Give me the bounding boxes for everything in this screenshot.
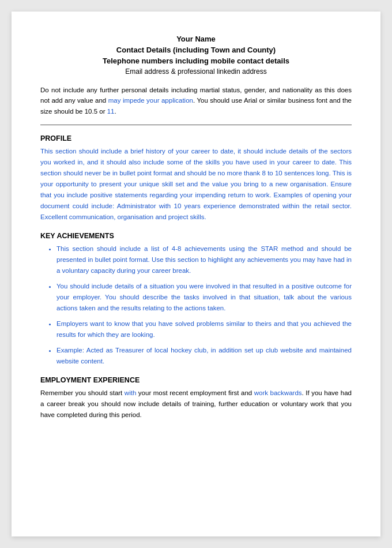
intro-paragraph: Do not include any further personal deta… xyxy=(40,85,352,117)
employment-heading: EMPLOYMENT EXPERIENCE xyxy=(40,376,352,384)
contact-details: Contact Details (including Town and Coun… xyxy=(40,46,352,54)
profile-section: PROFILE This section should include a br… xyxy=(40,134,352,223)
employment-highlight-1: with xyxy=(125,389,136,396)
achievement-item-3: Employers want to know that you have sol… xyxy=(56,318,352,340)
header-section: Your Name Contact Details (including Tow… xyxy=(40,35,352,76)
employment-highlight-2: work backwards xyxy=(254,389,302,396)
achievement-item-1: This section should include a list of 4-… xyxy=(56,243,352,276)
key-achievements-section: KEY ACHIEVEMENTS This section should inc… xyxy=(40,232,352,367)
intro-highlight: may impede your application xyxy=(108,97,193,104)
employment-section: EMPLOYMENT EXPERIENCE Remember you shoul… xyxy=(40,376,352,421)
profile-text: This section should include a brief hist… xyxy=(40,146,352,223)
achievements-list: This section should include a list of 4-… xyxy=(40,243,352,367)
employment-text: Remember you should start with your most… xyxy=(40,388,352,421)
profile-heading: PROFILE xyxy=(40,134,352,142)
achievement-item-2: You should include details of a situatio… xyxy=(56,281,352,314)
name-title: Your Name xyxy=(40,35,352,43)
telephone-details: Telephone numbers including mobile conta… xyxy=(40,57,352,65)
intro-highlight-2: 11 xyxy=(107,108,115,115)
key-achievements-heading: KEY ACHIEVEMENTS xyxy=(40,232,352,240)
document-page: Your Name Contact Details (including Tow… xyxy=(12,12,380,536)
section-divider xyxy=(40,125,352,125)
achievement-item-4: Example: Acted as Treasurer of local hoc… xyxy=(56,345,352,367)
email-details: Email address & professional linkedin ad… xyxy=(40,67,352,76)
